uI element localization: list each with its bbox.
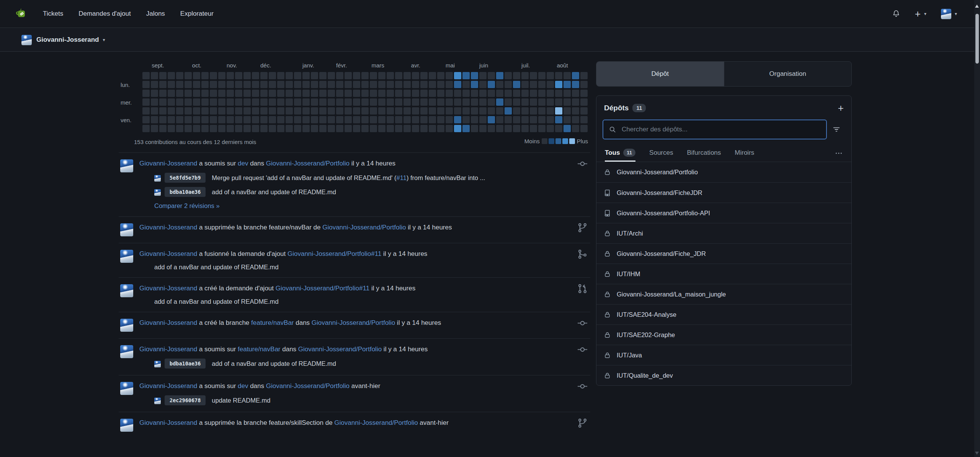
heatmap-cell[interactable] [538,98,546,106]
heatmap-cell[interactable] [370,90,377,97]
heatmap-cell[interactable] [227,81,234,88]
heatmap-cell[interactable] [353,81,360,88]
heatmap-cell[interactable] [201,107,209,115]
heatmap-cell[interactable] [378,72,385,79]
heatmap-cell[interactable] [168,116,175,123]
heatmap-cell[interactable] [252,81,259,88]
heatmap-cell[interactable] [252,98,259,106]
heatmap-cell[interactable] [151,98,158,106]
feed-link[interactable]: Giovanni-Josserand [139,160,197,167]
heatmap-cell[interactable] [521,72,529,79]
feed-link[interactable]: Giovanni-Josserand [139,224,197,231]
heatmap-cell[interactable] [201,116,209,123]
feed-link[interactable]: Giovanni-Josserand/Portfolio [266,382,350,390]
heatmap-cell[interactable] [403,90,411,97]
heatmap-cell[interactable] [336,72,343,79]
heatmap-cell[interactable] [286,72,293,79]
heatmap-cell[interactable] [336,116,343,123]
feed-link[interactable]: feature/navBar [238,346,281,353]
chevron-down-icon[interactable]: ▾ [103,38,105,42]
heatmap-cell[interactable] [361,72,369,79]
heatmap-cell[interactable] [387,98,394,106]
heatmap-cell[interactable] [319,98,327,106]
heatmap-cell[interactable] [302,107,310,115]
heatmap-cell[interactable] [210,90,217,97]
heatmap-cell[interactable] [227,107,234,115]
heatmap-cell[interactable] [243,116,251,123]
heatmap-cell[interactable] [370,81,377,88]
heatmap-cell[interactable] [269,107,276,115]
heatmap-cell[interactable] [521,107,529,115]
heatmap-cell[interactable] [420,81,428,88]
repo-list-item[interactable]: IUT/SAE202-Graphe [596,324,851,345]
heatmap-cell[interactable] [185,98,192,106]
heatmap-cell[interactable] [361,116,369,123]
feed-link[interactable]: Giovanni-Josserand/Portfolio [322,224,406,231]
heatmap-cell[interactable] [513,125,520,132]
heatmap-cell[interactable] [277,90,284,97]
heatmap-cell[interactable] [227,116,234,123]
heatmap-cell[interactable] [437,81,444,88]
heatmap-cell[interactable] [555,116,562,123]
heatmap-cell[interactable] [201,125,209,132]
heatmap-cell[interactable] [277,116,284,123]
heatmap-cell[interactable] [395,125,402,132]
heatmap-cell[interactable] [201,72,209,79]
heatmap-cell[interactable] [235,116,242,123]
heatmap-cell[interactable] [538,125,546,132]
heatmap-cell[interactable] [370,72,377,79]
heatmap-cell[interactable] [505,72,512,79]
heatmap-cell[interactable] [353,116,360,123]
heatmap-cell[interactable] [572,81,579,88]
heatmap-cell[interactable] [193,90,200,97]
heatmap-cell[interactable] [378,125,385,132]
heatmap-cell[interactable] [336,125,343,132]
heatmap-cell[interactable] [243,90,251,97]
heatmap-cell[interactable] [488,116,495,123]
heatmap-cell[interactable] [185,116,192,123]
heatmap-cell[interactable] [530,98,537,106]
heatmap-cell[interactable] [176,72,183,79]
heatmap-cell[interactable] [294,81,301,88]
heatmap-cell[interactable] [378,90,385,97]
heatmap-cell[interactable] [185,81,192,88]
heatmap-cell[interactable] [479,107,487,115]
page-scrollbar[interactable] [974,0,980,457]
heatmap-cell[interactable] [277,125,284,132]
heatmap-cell[interactable] [193,81,200,88]
heatmap-cell[interactable] [446,81,453,88]
heatmap-cell[interactable] [488,72,495,79]
heatmap-cell[interactable] [420,125,428,132]
heatmap-cell[interactable] [311,81,318,88]
heatmap-cell[interactable] [260,116,268,123]
heatmap-cell[interactable] [479,125,487,132]
heatmap-cell[interactable] [193,116,200,123]
heatmap-cell[interactable] [538,81,546,88]
commit-hash[interactable]: 5e8fd5e7b9 [165,173,206,183]
heatmap-cell[interactable] [555,107,562,115]
heatmap-cell[interactable] [319,107,327,115]
heatmap-cell[interactable] [168,125,175,132]
heatmap-cell[interactable] [488,81,495,88]
heatmap-cell[interactable] [429,72,436,79]
heatmap-cell[interactable] [210,81,217,88]
heatmap-cell[interactable] [471,81,478,88]
heatmap-cell[interactable] [420,107,428,115]
repo-filter-button[interactable] [827,120,846,139]
heatmap-cell[interactable] [412,107,419,115]
heatmap-cell[interactable] [210,72,217,79]
heatmap-cell[interactable] [218,90,225,97]
heatmap-cell[interactable] [176,90,183,97]
heatmap-cell[interactable] [580,90,588,97]
heatmap-cell[interactable] [142,81,150,88]
heatmap-cell[interactable] [218,72,225,79]
heatmap-cell[interactable] [311,72,318,79]
heatmap-cell[interactable] [210,107,217,115]
repo-list-item[interactable]: Giovanni-Josserand/FicheJDR [596,182,851,203]
heatmap-cell[interactable] [547,72,554,79]
heatmap-cell[interactable] [201,90,209,97]
heatmap-cell[interactable] [564,72,571,79]
heatmap-cell[interactable] [353,107,360,115]
heatmap-cell[interactable] [243,107,251,115]
feed-link[interactable]: Giovanni-Josserand/Portfolio [266,160,350,167]
